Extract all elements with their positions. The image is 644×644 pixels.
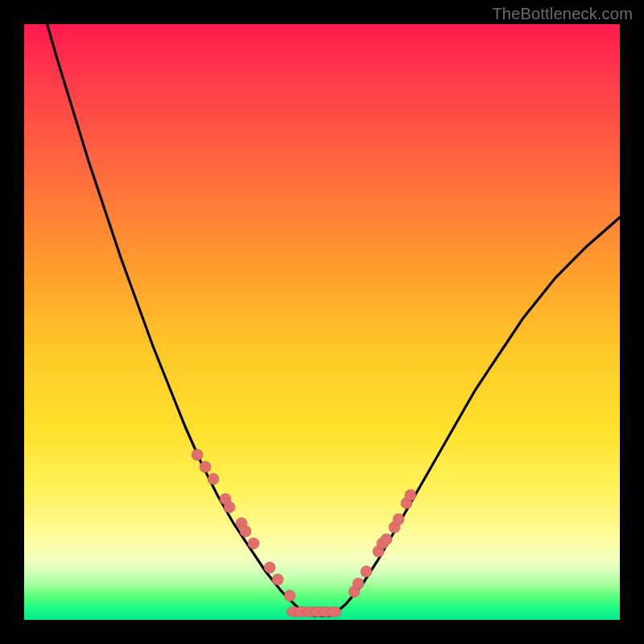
marker-dot [381,534,392,545]
marker-dot [192,449,203,460]
marker-dot [200,461,211,473]
curve-layer [24,24,620,616]
marker-dot [272,574,283,585]
marker-dot [405,489,416,501]
marker-dot [264,562,275,573]
flat-bottom-markers [287,607,341,617]
marker-dot [208,473,219,485]
marker-dot [240,526,251,537]
marker-dot [353,578,364,589]
marker-dot [284,590,295,601]
left-markers [192,449,295,601]
image-frame: TheBottleneck.com [0,0,644,644]
marker-dot [224,502,235,513]
v-curve [24,24,620,616]
marker-dot [393,514,404,525]
marker-dot [361,566,372,577]
marker-dot [248,538,259,549]
right-markers [349,489,416,597]
marker-dot [327,607,341,617]
watermark-text: TheBottleneck.com [492,5,633,23]
plot-area [24,24,620,620]
chart-svg [24,24,620,620]
